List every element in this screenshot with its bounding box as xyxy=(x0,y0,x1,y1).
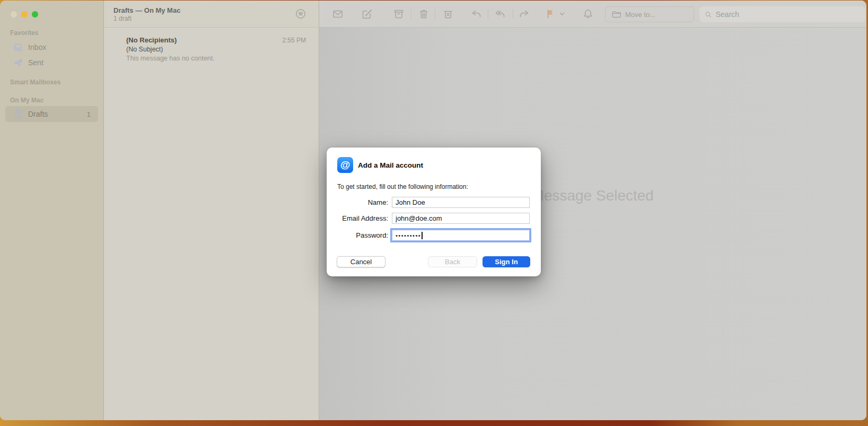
main-toolbar: Move to... xyxy=(319,1,866,28)
folder-icon xyxy=(611,9,621,20)
move-to-button[interactable]: Move to... xyxy=(605,6,694,22)
close-window-button[interactable] xyxy=(11,11,17,18)
message-time: 2:55 PM xyxy=(282,37,306,44)
toolbar-separator xyxy=(411,10,411,19)
sidebar-section-favorites: Favorites xyxy=(10,29,38,37)
at-glyph: @ xyxy=(340,159,350,171)
sign-in-button[interactable]: Sign In xyxy=(483,256,530,267)
search-icon xyxy=(704,10,713,19)
message-subject: (No Subject) xyxy=(126,46,163,53)
delete-button[interactable] xyxy=(418,8,429,20)
dialog-subtitle: To get started, fill out the following i… xyxy=(337,183,468,190)
bell-icon xyxy=(582,8,594,20)
flag-icon xyxy=(545,8,556,20)
reply-icon xyxy=(470,8,482,20)
filter-button[interactable] xyxy=(295,8,306,20)
unread-count-badge: 1 xyxy=(87,110,91,118)
cancel-button[interactable]: Cancel xyxy=(337,256,385,267)
flag-menu-button[interactable] xyxy=(558,8,566,20)
sidebar: Favorites Inbox Sent Smart Mailboxes On … xyxy=(0,1,103,420)
password-input[interactable]: ••••••••• xyxy=(392,230,530,241)
search-input[interactable] xyxy=(716,10,861,19)
sidebar-section-on-my-mac: On My Mac xyxy=(10,97,43,104)
email-input[interactable] xyxy=(392,213,530,224)
document-icon xyxy=(13,109,23,119)
back-button[interactable]: Back xyxy=(428,256,477,267)
mailbox-subtitle: 1 draft xyxy=(113,15,131,22)
message-preview: This message has no content. xyxy=(126,55,215,62)
junk-button[interactable] xyxy=(442,8,454,20)
message-sender: (No Recipients) xyxy=(126,36,177,44)
name-label: Name: xyxy=(368,198,388,206)
password-row: Password: ••••••••• xyxy=(327,230,541,241)
inbox-icon xyxy=(13,42,23,53)
password-label: Password: xyxy=(356,231,388,239)
mailbox-title: Drafts — On My Mac xyxy=(113,6,180,14)
sidebar-item-label: Inbox xyxy=(28,43,46,51)
sidebar-item-inbox[interactable]: Inbox xyxy=(5,39,98,55)
password-dots: ••••••••• xyxy=(396,232,421,239)
flag-button[interactable] xyxy=(545,8,556,20)
email-row: Email Address: xyxy=(327,213,541,224)
envelope-icon xyxy=(332,8,344,20)
compose-button[interactable] xyxy=(361,8,373,20)
chevron-down-icon xyxy=(558,8,566,20)
trash-icon xyxy=(418,8,429,20)
sidebar-section-smart-mailboxes: Smart Mailboxes xyxy=(10,79,60,86)
sidebar-item-label: Drafts xyxy=(28,110,48,118)
sidebar-item-drafts[interactable]: Drafts 1 xyxy=(5,106,98,122)
mail-window: Favorites Inbox Sent Smart Mailboxes On … xyxy=(0,1,866,420)
archive-icon xyxy=(393,8,405,20)
text-cursor xyxy=(422,232,423,239)
toolbar-separator xyxy=(435,10,435,19)
get-mail-button[interactable] xyxy=(332,8,344,20)
button-row: Cancel Back Sign In xyxy=(327,256,541,267)
message-list-pane: (No Recipients) 2:55 PM (No Subject) Thi… xyxy=(103,1,319,420)
message-list-item[interactable]: (No Recipients) 2:55 PM (No Subject) Thi… xyxy=(104,28,319,69)
reply-all-button[interactable] xyxy=(494,8,506,20)
forward-icon xyxy=(519,8,530,20)
send-icon xyxy=(13,57,23,68)
name-row: Name: xyxy=(327,197,541,208)
minimize-window-button[interactable] xyxy=(21,11,28,18)
reply-all-icon xyxy=(494,8,506,20)
compose-icon xyxy=(361,8,373,20)
forward-button[interactable] xyxy=(519,8,530,20)
toolbar-separator xyxy=(513,10,513,19)
toolbar-separator xyxy=(488,10,488,19)
email-label: Email Address: xyxy=(342,214,388,222)
sidebar-item-sent[interactable]: Sent xyxy=(5,55,98,71)
search-field[interactable] xyxy=(699,6,865,22)
archive-button[interactable] xyxy=(393,8,405,20)
mail-account-icon: @ xyxy=(337,157,353,173)
filter-icon xyxy=(295,8,306,20)
name-input[interactable] xyxy=(392,197,530,208)
junk-icon xyxy=(442,8,454,20)
sidebar-item-label: Sent xyxy=(28,58,43,67)
zoom-window-button[interactable] xyxy=(32,11,38,18)
list-toolbar: Drafts — On My Mac 1 draft xyxy=(103,1,319,28)
dialog-title: Add a Mail account xyxy=(358,161,423,169)
move-to-label: Move to... xyxy=(625,11,655,19)
reply-button[interactable] xyxy=(470,8,482,20)
add-mail-account-dialog: @ Add a Mail account To get started, fil… xyxy=(327,147,541,276)
mute-button[interactable] xyxy=(582,8,594,20)
